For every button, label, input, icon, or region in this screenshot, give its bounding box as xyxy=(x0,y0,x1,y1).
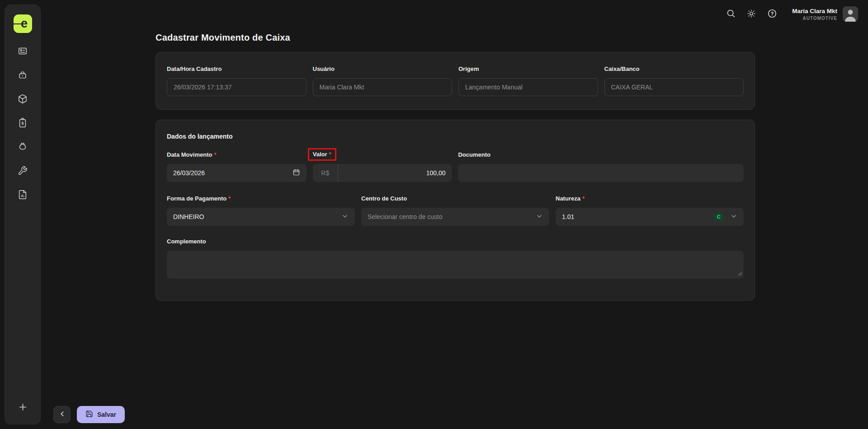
valor-input[interactable]: R$ 100,00 xyxy=(313,164,452,182)
field-caixa-banco: Caixa/Banco CAIXA GERAL xyxy=(604,65,744,96)
info-card: Data/Hora Cadastro 26/03/2026 17:13:37 U… xyxy=(156,52,755,110)
logo-bar xyxy=(14,23,24,25)
documento-input[interactable] xyxy=(458,164,744,182)
field-natureza: Natureza * 1.01 C xyxy=(556,195,744,226)
field-data-hora-cadastro: Data/Hora Cadastro 26/03/2026 17:13:37 xyxy=(167,65,307,96)
help-button[interactable]: ? xyxy=(767,9,778,19)
user-info: Maria Clara Mkt AUTOMOTIVE xyxy=(792,8,837,21)
natureza-select[interactable]: 1.01 C xyxy=(556,208,744,226)
date-value: 26/03/2026 xyxy=(173,169,205,177)
page-title: Cadastrar Movimento de Caixa xyxy=(156,33,755,43)
sidebar-item-products[interactable] xyxy=(18,94,28,104)
select-value: DINHEIRO xyxy=(173,213,204,220)
chevron-left-icon xyxy=(58,410,66,419)
help-circle-icon: ? xyxy=(767,9,777,20)
svg-text:?: ? xyxy=(771,10,774,16)
sidebar-item-billing[interactable]: $ xyxy=(18,118,28,128)
svg-text:$: $ xyxy=(22,121,24,126)
package-icon xyxy=(18,94,28,104)
credit-badge: C xyxy=(714,213,724,221)
required-mark: * xyxy=(582,195,585,202)
required-mark: * xyxy=(329,151,331,158)
avatar[interactable] xyxy=(843,6,858,22)
field-label: Documento xyxy=(458,151,491,158)
field-documento: Documento xyxy=(458,151,744,182)
data-hora-cadastro-input[interactable]: 26/03/2026 17:13:37 xyxy=(167,78,307,96)
basket-icon xyxy=(18,70,28,80)
valor-value: 100,00 xyxy=(338,169,452,177)
footer-actions: Salvar xyxy=(53,406,125,423)
back-button[interactable] xyxy=(53,406,71,423)
sidebar: e xyxy=(5,5,41,424)
currency-prefix: R$ xyxy=(313,164,338,182)
field-complemento: Complemento xyxy=(167,238,744,279)
select-placeholder: Selecionar centro de custo xyxy=(368,213,443,220)
complemento-textarea[interactable] xyxy=(167,251,744,279)
chevron-down-icon xyxy=(536,213,543,221)
data-movimento-input[interactable]: 26/03/2026 xyxy=(167,164,307,182)
main-content: Cadastrar Movimento de Caixa Data/Hora C… xyxy=(156,0,755,301)
chevron-down-icon xyxy=(730,213,737,221)
usuario-input[interactable]: Maria Clara Mkt xyxy=(313,78,453,96)
field-label: Data Movimento xyxy=(167,151,212,158)
save-button[interactable]: Salvar xyxy=(77,406,125,423)
sidebar-add-button[interactable] xyxy=(17,401,28,412)
resize-grip-icon[interactable] xyxy=(738,270,742,277)
required-mark: * xyxy=(214,151,216,158)
field-label: Valor xyxy=(313,151,327,157)
field-label: Complemento xyxy=(167,238,206,245)
report-file-icon xyxy=(18,190,28,200)
field-centro-custo: Centro de Custo Selecionar centro de cus… xyxy=(361,195,549,226)
sidebar-item-reports[interactable] xyxy=(18,190,28,200)
plus-icon xyxy=(18,402,28,412)
section-title: Dados do lançamento xyxy=(167,133,744,140)
calendar-icon[interactable] xyxy=(292,168,300,177)
forma-pagamento-select[interactable]: DINHEIRO xyxy=(167,208,355,226)
select-value: 1.01 xyxy=(562,213,574,220)
user-org: AUTOMOTIVE xyxy=(803,16,837,21)
caixa-banco-input[interactable]: CAIXA GERAL xyxy=(604,78,744,96)
id-card-icon xyxy=(18,46,28,56)
field-label: Caixa/Banco xyxy=(604,65,640,72)
sidebar-item-tools[interactable] xyxy=(18,166,28,176)
entry-card: Dados do lançamento Data Movimento * 26/… xyxy=(156,120,755,301)
field-label: Forma de Pagamento xyxy=(167,195,226,202)
field-usuario: Usuário Maria Clara Mkt xyxy=(313,65,453,96)
sidebar-nav: $ xyxy=(18,46,28,200)
field-label: Usuário xyxy=(313,65,335,72)
save-button-label: Salvar xyxy=(97,411,116,418)
field-label: Origem xyxy=(458,65,479,72)
centro-custo-select[interactable]: Selecionar centro de custo xyxy=(361,208,549,226)
wrench-icon xyxy=(18,166,28,176)
valor-highlight-box: Valor * xyxy=(308,148,336,161)
money-bag-icon xyxy=(18,142,28,152)
user-menu[interactable]: Maria Clara Mkt AUTOMOTIVE xyxy=(792,6,858,22)
required-mark: * xyxy=(228,195,231,202)
field-data-movimento: Data Movimento * 26/03/2026 xyxy=(167,151,307,182)
chevron-down-icon xyxy=(341,213,349,221)
save-floppy-icon xyxy=(85,410,93,419)
user-name: Maria Clara Mkt xyxy=(792,8,837,14)
sidebar-item-sales[interactable] xyxy=(18,70,28,80)
origem-input[interactable]: Lançamento Manual xyxy=(458,78,598,96)
sidebar-item-finance[interactable] xyxy=(18,142,28,152)
field-valor: Valor * R$ 100,00 xyxy=(313,151,452,182)
field-forma-pagamento: Forma de Pagamento * DINHEIRO xyxy=(167,195,355,226)
field-label: Data/Hora Cadastro xyxy=(167,65,222,72)
field-origem: Origem Lançamento Manual xyxy=(458,65,598,96)
sidebar-item-contacts[interactable] xyxy=(18,46,28,56)
app-logo[interactable]: e xyxy=(14,14,32,33)
field-label: Natureza xyxy=(556,195,580,202)
field-label: Centro de Custo xyxy=(361,195,407,202)
invoice-clipboard-icon: $ xyxy=(18,118,28,128)
